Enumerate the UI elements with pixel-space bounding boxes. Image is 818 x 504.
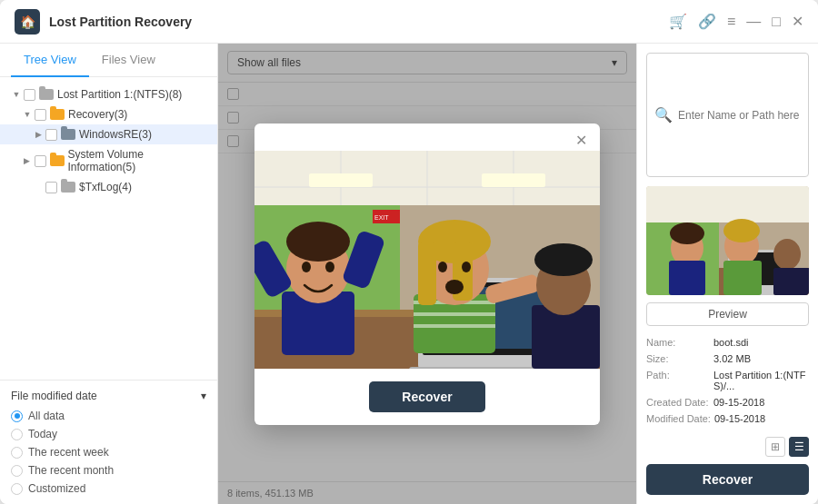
svg-point-54 (723, 219, 760, 242)
list-view-button[interactable]: ☰ (789, 437, 809, 457)
tree-item-sysvolinfo[interactable]: ▶ System Volume Information(5) (0, 144, 217, 177)
tree-label-root: Lost Partition 1:(NTFS)(8) (57, 88, 182, 101)
radio-circle-all (11, 410, 23, 422)
tree-item-root[interactable]: ▼ Lost Partition 1:(NTFS)(8) (0, 84, 217, 104)
preview-panel: 🔍 (636, 44, 818, 504)
meta-label-created: Created Date: (646, 397, 710, 408)
modal-close-button[interactable]: ✕ (571, 131, 591, 151)
tree-item-stxflog[interactable]: $TxfLog(4) (0, 177, 217, 197)
modal-overlay[interactable]: ✕ (218, 44, 636, 504)
meta-value-path: Lost Partition 1:(NTFS)/... (713, 370, 809, 391)
folder-icon-root (39, 89, 54, 100)
view-toggle: ⊞ ☰ (646, 430, 809, 457)
meta-row-name: Name: boot.sdi (646, 337, 809, 348)
center-area: Show all files ▾ 8 items, 451.13 MB (218, 44, 636, 504)
modal-image: EXIT (254, 151, 600, 369)
svg-point-23 (286, 222, 350, 262)
radio-all[interactable]: All data (11, 410, 206, 422)
tree-area: ▼ Lost Partition 1:(NTFS)(8) ▼ Recovery(… (0, 77, 217, 380)
modal-photo: EXIT (254, 151, 600, 369)
folder-icon-windowsre (61, 129, 75, 140)
radio-circle-customized (11, 483, 23, 495)
svg-point-38 (445, 280, 464, 294)
tree-label-stxflog: $TxfLog(4) (79, 181, 132, 193)
svg-rect-57 (773, 268, 809, 295)
tree-label-sysvolinfo: System Volume Information(5) (68, 148, 210, 173)
tab-files-view[interactable]: Files View (89, 44, 168, 77)
menu-icon[interactable]: ≡ (727, 14, 735, 30)
close-icon[interactable]: ✕ (792, 13, 803, 30)
svg-rect-55 (723, 261, 762, 295)
modal-header: ✕ (254, 124, 600, 151)
radio-customized[interactable]: Customized (11, 482, 206, 495)
tree-arrow-sysvolinfo: ▶ (22, 155, 33, 166)
recover-button[interactable]: Recover (646, 464, 809, 495)
radio-label-customized: Customized (28, 482, 85, 495)
meta-row-size: Size: 3.02 MB (646, 353, 809, 364)
tree-arrow-root: ▼ (11, 89, 22, 100)
tree-checkbox-root[interactable] (24, 89, 35, 101)
tree-item-windowsre[interactable]: ▶ WindowsRE(3) (0, 124, 217, 144)
meta-label-size: Size: (646, 353, 710, 364)
radio-group: All data Today The recent week The recen… (11, 410, 206, 495)
meta-row-modified: Modified Date: 09-15-2018 (646, 413, 809, 424)
radio-circle-week (11, 447, 23, 459)
folder-icon-stxflog (61, 182, 75, 193)
svg-text:EXIT: EXIT (374, 214, 389, 221)
tree-arrow-recovery: ▼ (22, 109, 33, 120)
svg-point-42 (534, 243, 593, 276)
tree-checkbox-sysvolinfo[interactable] (35, 155, 46, 167)
cart-icon[interactable]: 🛒 (669, 13, 687, 30)
tree-item-recovery[interactable]: ▼ Recovery(3) (0, 104, 217, 124)
tree-checkbox-windowsre[interactable] (45, 129, 57, 141)
filter-label: File modified date (11, 390, 97, 402)
preview-image-box (646, 186, 809, 295)
preview-button[interactable]: Preview (646, 302, 809, 326)
meta-row-path: Path: Lost Partition 1:(NTFS)/... (646, 370, 809, 391)
svg-rect-31 (414, 324, 495, 328)
grid-view-button[interactable]: ⊞ (765, 437, 785, 457)
meta-value-name: boot.sdi (713, 337, 749, 348)
svg-rect-8 (482, 173, 545, 187)
link-icon[interactable]: 🔗 (698, 13, 716, 30)
meta-row-created: Created Date: 09-15-2018 (646, 397, 809, 408)
tree-checkbox-stxflog[interactable] (45, 182, 57, 193)
radio-today[interactable]: Today (11, 428, 206, 440)
app-icon: 🏠 (15, 9, 40, 35)
radio-month[interactable]: The recent month (11, 464, 206, 477)
filter-chevron-icon: ▾ (201, 390, 206, 402)
tabs-bar: Tree View Files View (0, 44, 217, 77)
tree-label-recovery: Recovery(3) (68, 108, 127, 121)
filter-header[interactable]: File modified date ▾ (11, 390, 206, 402)
tree-checkbox-recovery[interactable] (35, 109, 46, 121)
search-icon: 🔍 (654, 106, 673, 124)
maximize-icon[interactable]: □ (772, 14, 781, 30)
modal-recover-button[interactable]: Recover (369, 381, 484, 412)
filter-section: File modified date ▾ All data Today The … (0, 380, 217, 504)
meta-label-path: Path: (646, 370, 710, 391)
tab-tree-view[interactable]: Tree View (11, 44, 89, 77)
minimize-icon[interactable]: — (746, 14, 761, 30)
radio-label-month: The recent month (28, 464, 114, 477)
search-bar[interactable]: 🔍 (646, 53, 809, 177)
modal-footer: Recover (254, 369, 600, 425)
svg-point-36 (438, 262, 447, 272)
search-input[interactable] (678, 109, 801, 122)
sidebar: Tree View Files View ▼ Lost Partition 1:… (0, 44, 218, 504)
main-content: Tree View Files View ▼ Lost Partition 1:… (0, 44, 818, 504)
preview-modal: ✕ (254, 124, 600, 425)
titlebar: 🏠 Lost Partition Recovery 🛒 🔗 ≡ — □ ✕ (0, 0, 818, 44)
tree-arrow-stxflog (33, 182, 44, 193)
folder-icon-sysvolinfo (50, 155, 65, 166)
radio-label-week: The recent week (28, 446, 109, 459)
svg-rect-52 (669, 261, 705, 295)
radio-circle-today (11, 429, 23, 440)
preview-photo-small (646, 186, 809, 295)
window-title: Lost Partition Recovery (49, 15, 669, 29)
svg-rect-30 (414, 312, 495, 316)
radio-week[interactable]: The recent week (11, 446, 206, 459)
svg-point-27 (325, 262, 334, 272)
meta-value-size: 3.02 MB (713, 353, 751, 364)
svg-point-37 (462, 262, 471, 272)
tree-arrow-windowsre: ▶ (33, 129, 44, 140)
